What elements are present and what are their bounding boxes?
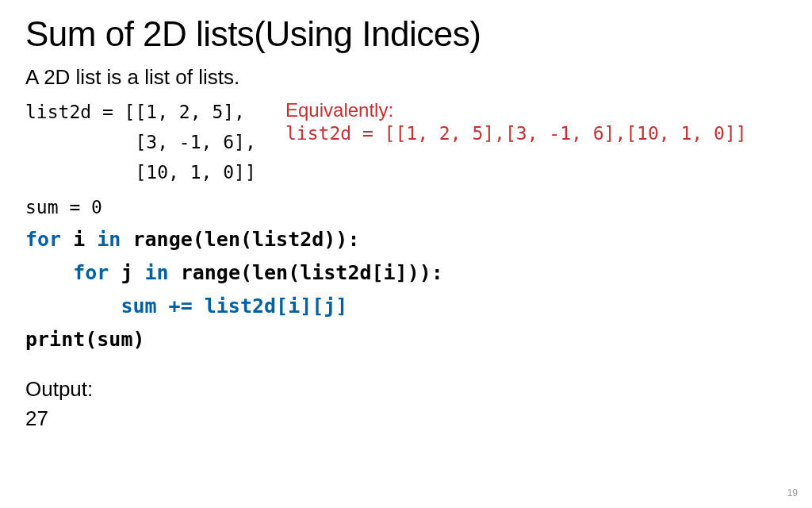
code-line-for-i: for i in range(len(list2d)): <box>25 223 787 256</box>
equivalently-code: list2d = [[1, 2, 5],[3, -1, 6],[10, 1, 0… <box>285 123 787 144</box>
code-text: range(len(list2d[i])): <box>169 261 443 284</box>
page-number: 19 <box>787 487 798 498</box>
slide-title: Sum of 2D lists(Using Indices) <box>25 14 787 54</box>
code-line-2: [3, -1, 6], <box>25 128 263 158</box>
keyword-in: in <box>145 261 169 284</box>
code-text: range(len(list2d)): <box>121 228 359 251</box>
code-line-print: print(sum) <box>25 323 787 356</box>
keyword-for: for <box>25 261 109 284</box>
keyword-in: in <box>97 228 121 251</box>
right-column: Equivalently: list2d = [[1, 2, 5],[3, -1… <box>285 98 787 188</box>
code-line-1: list2d = [[1, 2, 5], <box>25 98 263 128</box>
code-text: i <box>61 228 97 251</box>
code-line-3: [10, 1, 0]] <box>25 158 263 188</box>
code-line-for-j: for j in range(len(list2d[i])): <box>25 256 787 290</box>
slide-subtitle: A 2D list is a list of lists. <box>25 65 787 90</box>
code-line-sum-accum: sum += list2d[i][j] <box>25 290 787 323</box>
output-value: 27 <box>25 406 787 431</box>
code-text: j <box>109 261 144 284</box>
code-line-sum-init: sum = 0 <box>25 193 787 223</box>
equivalently-label: Equivalently: <box>285 99 787 121</box>
left-column: list2d = [[1, 2, 5], [3, -1, 6], [10, 1,… <box>25 98 263 188</box>
content-columns: list2d = [[1, 2, 5], [3, -1, 6], [10, 1,… <box>25 98 787 188</box>
output-label: Output: <box>25 377 787 402</box>
keyword-for: for <box>25 228 61 251</box>
